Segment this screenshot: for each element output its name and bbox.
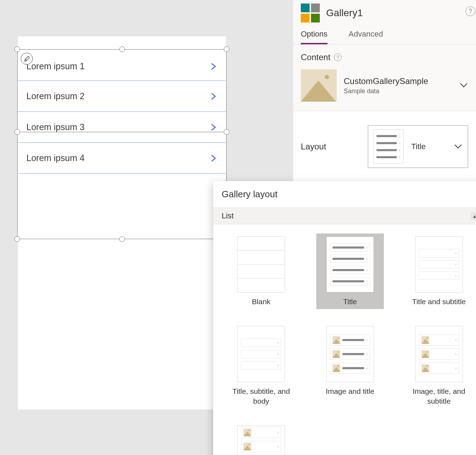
gallery-row[interactable]: Lorem ipsum 1 — [18, 50, 226, 81]
layout-thumb-blank-icon — [237, 236, 285, 293]
layout-thumb-tsb-icon: › › › — [237, 326, 285, 382]
layout-thumbnail-icon: › › › › — [373, 129, 404, 164]
chevron-right-icon — [210, 92, 217, 100]
datasource-name: CustomGallerySample — [344, 76, 428, 86]
content-heading-text: Content — [301, 52, 330, 62]
chevron-down-icon — [459, 81, 468, 90]
gallery-control[interactable]: Lorem ipsum 1 Lorem ipsum 2 Lorem ipsum … — [17, 49, 227, 239]
layout-option-blank[interactable]: Blank — [227, 233, 295, 309]
chevron-right-icon — [210, 154, 217, 162]
chevron-right-icon — [210, 63, 217, 70]
layout-thumb-more-icon: › › › — [237, 425, 285, 455]
chevron-down-icon — [453, 142, 463, 151]
gallery-row[interactable]: Lorem ipsum 4 — [18, 143, 226, 174]
pane-tabs: Options Advanced — [293, 23, 476, 45]
layout-option-image-title-subtitle[interactable]: › › › Image, title, and subtitle — [405, 323, 473, 409]
resize-handle[interactable] — [14, 236, 20, 242]
layout-thumb-image-title-icon: › › › — [326, 326, 374, 382]
layout-thumb-title-subtitle-icon: › › › — [415, 236, 463, 293]
gallery-row[interactable]: Lorem ipsum 3 — [18, 112, 226, 143]
popup-section-header[interactable]: List ▴ — [213, 207, 476, 224]
layout-option-title-subtitle-body[interactable]: › › › Title, subtitle, and body — [227, 323, 295, 409]
resize-handle[interactable] — [119, 46, 125, 52]
gallery-row-title: Lorem ipsum 1 — [26, 61, 84, 71]
popup-body: Blank › › › › Title › — [213, 224, 476, 455]
layout-option-label: Image and title — [326, 386, 374, 396]
layout-option-more[interactable]: › › › — [227, 423, 295, 455]
section-heading: Content ? — [301, 52, 468, 62]
help-icon[interactable]: ? — [334, 53, 342, 61]
image-placeholder-icon — [301, 69, 337, 102]
popup-title: Gallery layout — [213, 181, 476, 207]
pane-header: Gallery1 ? — [293, 0, 476, 23]
gallery-icon — [301, 4, 320, 23]
control-name[interactable]: Gallery1 — [326, 7, 363, 19]
pencil-icon — [24, 56, 30, 62]
layout-option-label: Blank — [252, 297, 271, 306]
gallery-row-title: Lorem ipsum 2 — [26, 91, 84, 101]
layout-label: Layout — [301, 142, 357, 152]
layout-selected-name: Title — [411, 142, 426, 151]
layout-option-image-title[interactable]: › › › Image and title — [316, 323, 384, 409]
resize-handle[interactable] — [224, 46, 229, 52]
chevron-right-icon — [210, 123, 217, 131]
scroll-up-button[interactable]: ▴ — [471, 212, 476, 220]
resize-handle[interactable] — [14, 46, 20, 52]
layout-option-title[interactable]: › › › › Title — [316, 233, 384, 309]
resize-handle[interactable] — [224, 129, 229, 135]
gallery-row[interactable]: Lorem ipsum 2 — [18, 81, 226, 112]
datasource-selector[interactable]: CustomGallerySample Sample data — [301, 69, 468, 102]
layout-section: Layout › › › › Title — [293, 111, 476, 182]
layout-option-label: Title, subtitle, and body — [231, 386, 291, 406]
layout-thumb-title-icon: › › › › — [326, 236, 374, 293]
help-icon[interactable]: ? — [465, 6, 475, 16]
template-divider[interactable] — [17, 132, 227, 132]
layout-option-label: Title and subtitle — [412, 297, 466, 306]
edit-template-button[interactable] — [21, 53, 33, 65]
gallery-row-title: Lorem ipsum 3 — [26, 122, 84, 132]
gallery-row-title: Lorem ipsum 4 — [26, 153, 84, 163]
resize-handle[interactable] — [119, 236, 125, 242]
layout-option-label: Title — [343, 297, 357, 306]
datasource-hint: Sample data — [344, 88, 428, 95]
layout-option-label: Image, title, and subtitle — [409, 386, 469, 406]
layout-dropdown[interactable]: › › › › Title — [368, 125, 468, 168]
layout-option-title-subtitle[interactable]: › › › Title and subtitle — [405, 233, 473, 309]
popup-section-label: List — [222, 211, 234, 220]
layout-thumb-its-icon: › › › — [415, 326, 463, 382]
content-section: Content ? CustomGallerySample Sample dat… — [293, 45, 476, 111]
layout-popup: Gallery layout List ▴ Blank › › › › — [213, 181, 476, 455]
tab-advanced[interactable]: Advanced — [349, 30, 383, 44]
resize-handle[interactable] — [14, 129, 20, 135]
tab-options[interactable]: Options — [301, 30, 328, 44]
